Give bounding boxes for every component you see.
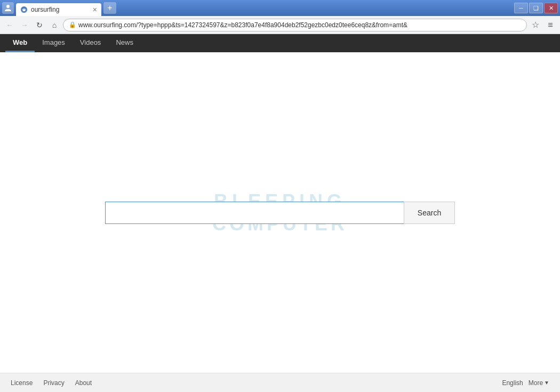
footer: License Privacy About English More ▼ [0, 373, 560, 392]
active-tab[interactable]: oursurfing × [16, 3, 101, 16]
about-link[interactable]: About [75, 379, 92, 387]
menu-button[interactable]: ≡ [544, 19, 557, 31]
tab-area: oursurfing × + [16, 0, 514, 16]
tab-images[interactable]: Images [35, 34, 73, 52]
back-icon: ← [6, 21, 13, 29]
nav-tabs: Web Images Videos News [0, 34, 560, 52]
home-button[interactable]: ⌂ [48, 19, 61, 31]
refresh-button[interactable]: ↻ [33, 19, 46, 31]
address-bar-wrapper: 🔒 [63, 19, 527, 31]
language-label: English [502, 379, 523, 387]
search-input[interactable] [105, 202, 404, 224]
minimize-button[interactable]: ─ [514, 3, 528, 13]
lock-icon: 🔒 [69, 21, 76, 28]
tab-close-button[interactable]: × [93, 6, 97, 13]
more-arrow-icon: ▼ [544, 380, 549, 386]
titlebar: oursurfing × + ─ ❑ ✕ [0, 0, 560, 16]
search-button[interactable]: Search [404, 202, 455, 224]
more-label: More [529, 379, 543, 387]
browser-window: oursurfing × + ─ ❑ ✕ ← → ↻ ⌂ 🔒 ☆ [0, 0, 560, 392]
menu-icon: ≡ [548, 20, 553, 30]
new-tab-button[interactable]: + [103, 2, 116, 14]
back-button[interactable]: ← [3, 19, 16, 31]
bookmark-button[interactable]: ☆ [529, 19, 542, 31]
more-button[interactable]: More ▼ [529, 379, 549, 387]
tab-videos[interactable]: Videos [73, 34, 109, 52]
svg-point-0 [6, 5, 10, 8]
tab-title: oursurfing [31, 6, 90, 13]
profile-icon[interactable] [2, 2, 14, 14]
search-area: Search [105, 202, 455, 224]
home-icon: ⌂ [52, 21, 57, 29]
forward-icon: → [21, 21, 28, 29]
main-content: BLEEPING COMPUTER Search [0, 52, 560, 373]
tab-web[interactable]: Web [5, 34, 35, 52]
footer-left: License Privacy About [11, 379, 92, 387]
address-input[interactable] [78, 21, 521, 29]
privacy-link[interactable]: Privacy [43, 379, 64, 387]
tab-favicon [20, 6, 28, 13]
tab-news[interactable]: News [108, 34, 141, 52]
close-button[interactable]: ✕ [544, 3, 558, 13]
license-link[interactable]: License [11, 379, 33, 387]
restore-button[interactable]: ❑ [529, 3, 543, 13]
star-icon: ☆ [532, 20, 539, 30]
forward-button[interactable]: → [18, 19, 31, 31]
addressbar: ← → ↻ ⌂ 🔒 ☆ ≡ [0, 16, 560, 34]
footer-right: English More ▼ [502, 379, 549, 387]
refresh-icon: ↻ [36, 21, 43, 29]
window-controls: ─ ❑ ✕ [514, 3, 558, 13]
